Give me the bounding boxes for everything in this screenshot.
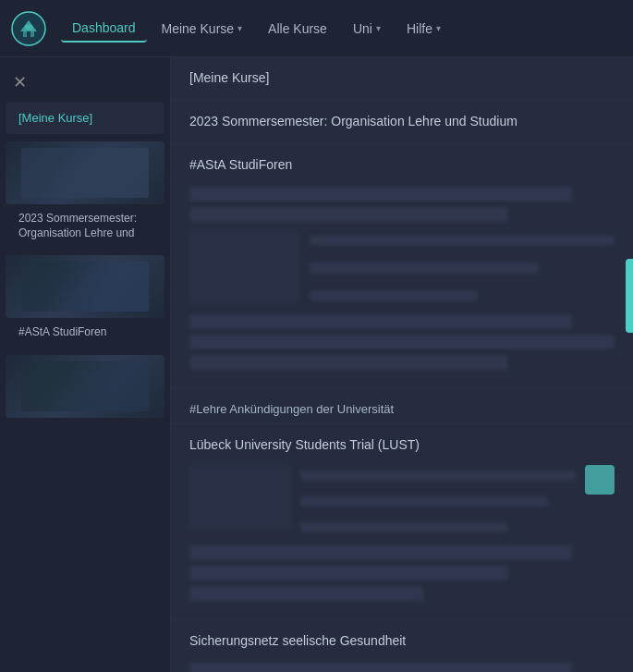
dropdown-panel: [Meine Kurse] 2023 Sommersemester: Organ…	[171, 57, 633, 672]
dropdown-sommersemester[interactable]: 2023 Sommersemester: Organisation Lehre …	[171, 101, 633, 144]
dropdown-lehre-section: #Lehre Ankündigungen der Universität	[171, 389, 633, 424]
nav-alle-kurse[interactable]: Alle Kurse	[257, 16, 338, 42]
university-logo-icon	[11, 11, 46, 46]
sidebar-thumbnail-image-2	[6, 255, 164, 318]
svg-rect-2	[30, 31, 34, 37]
chevron-down-icon-uni: ▾	[376, 23, 381, 33]
sidebar-card-extra[interactable]	[6, 351, 164, 422]
sidebar-card-label: 2023 Sommersemester: Organisation Lehre …	[6, 208, 164, 248]
nav-dashboard[interactable]: Dashboard	[61, 15, 147, 43]
sidebar-asta-label: #AStA StudiForen	[6, 322, 164, 348]
dropdown-title-lust: Lübeck University Students Trial (LUST)	[189, 437, 615, 452]
dropdown-meine-kurse[interactable]: [Meine Kurse]	[171, 57, 633, 101]
dropdown-asta[interactable]: #AStA StudiForen	[171, 144, 633, 389]
dropdown-title-asta: #AStA StudiForen	[189, 157, 615, 172]
right-accent-bar	[626, 259, 633, 333]
svg-rect-3	[25, 25, 32, 30]
sidebar-thumbnail-image-3	[6, 355, 164, 418]
dropdown-lust[interactable]: Lübeck University Students Trial (LUST)	[171, 424, 633, 620]
dropdown-title-sicherungsnetz: Sicherungsnetz seelische Gesundheit	[189, 633, 615, 648]
navbar: Dashboard Meine Kurse ▾ Alle Kurse Uni ▾…	[0, 0, 633, 57]
nav-meine-kurse[interactable]: Meine Kurse ▾	[151, 16, 254, 42]
nav-uni[interactable]: Uni ▾	[342, 16, 392, 42]
sidebar-card-sommersemester[interactable]: 2023 Sommersemester: Organisation Lehre …	[6, 138, 164, 248]
dropdown-title-sommersemester: 2023 Sommersemester: Organisation Lehre …	[189, 114, 615, 128]
dropdown-sicherungsnetz[interactable]: Sicherungsnetz seelische Gesundheit	[171, 620, 633, 672]
nav-items: Dashboard Meine Kurse ▾ Alle Kurse Uni ▾…	[61, 15, 452, 43]
dropdown-title-meine-kurse: [Meine Kurse]	[189, 70, 615, 85]
chevron-down-icon-hilfe: ▾	[436, 23, 441, 33]
dropdown-title-lehre: #Lehre Ankündigungen der Universität	[189, 402, 615, 416]
chevron-down-icon: ▾	[237, 23, 242, 33]
sidebar-thumbnail-image	[6, 141, 164, 204]
sidebar-close-button[interactable]: ✕	[0, 65, 170, 100]
nav-hilfe[interactable]: Hilfe ▾	[396, 16, 452, 42]
sidebar: ✕ [Meine Kurse] 2023 Sommersemester: Org…	[0, 57, 171, 672]
sidebar-item-meine-kurse[interactable]: [Meine Kurse]	[6, 102, 164, 134]
svg-rect-1	[23, 31, 27, 37]
sidebar-card-asta[interactable]: #AStA StudiForen	[6, 251, 164, 348]
main-layout: ✕ [Meine Kurse] 2023 Sommersemester: Org…	[0, 57, 633, 672]
